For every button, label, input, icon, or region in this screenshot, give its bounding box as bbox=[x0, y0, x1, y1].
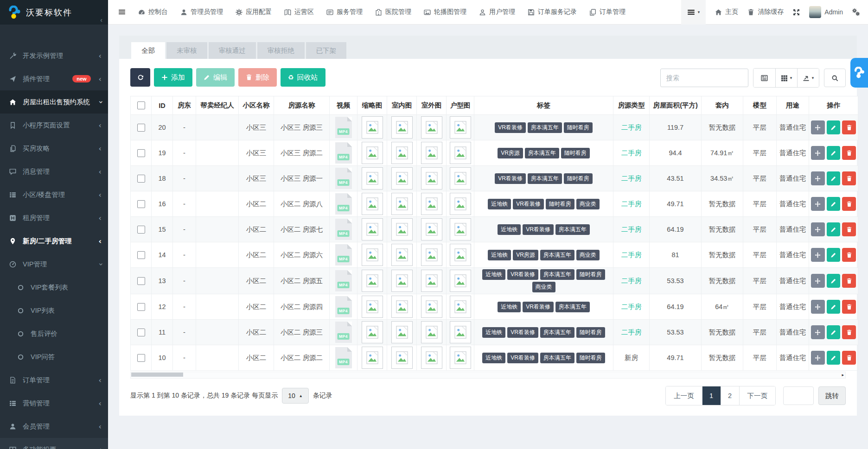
topnav-item-2[interactable]: 管理员管理 bbox=[180, 8, 223, 16]
listing-type[interactable]: 二手房 bbox=[621, 303, 642, 310]
row-edit-button[interactable] bbox=[827, 325, 841, 339]
sidebar-item-17[interactable]: 会员管理‹ bbox=[0, 415, 108, 438]
sidebar-item-7[interactable]: 小区/楼盘管理‹ bbox=[0, 183, 108, 206]
indoor-thumbnail[interactable] bbox=[391, 347, 413, 369]
outdoor-thumbnail[interactable] bbox=[421, 218, 442, 240]
sidebar-item-13[interactable]: 售后评价 bbox=[0, 322, 108, 345]
sidebar-item-4[interactable]: 小程序页面设置‹ bbox=[0, 114, 108, 137]
video-file-icon[interactable]: MP4 bbox=[335, 244, 352, 266]
video-file-icon[interactable]: MP4 bbox=[335, 322, 352, 343]
row-delete-button[interactable] bbox=[842, 146, 856, 160]
indoor-thumbnail[interactable] bbox=[391, 167, 413, 190]
thumb-thumbnail[interactable] bbox=[362, 321, 383, 343]
add-button[interactable]: 添加 bbox=[154, 68, 192, 87]
indoor-thumbnail[interactable] bbox=[391, 244, 413, 266]
row-delete-button[interactable] bbox=[842, 120, 856, 134]
sidebar-item-1[interactable]: 开发示例管理‹ bbox=[0, 44, 108, 67]
row-checkbox[interactable] bbox=[137, 251, 145, 259]
indoor-thumbnail[interactable] bbox=[391, 193, 413, 215]
page-button-2[interactable]: 2 bbox=[721, 386, 739, 405]
clear-cache-link[interactable]: 清除缓存 bbox=[747, 8, 784, 16]
row-delete-button[interactable] bbox=[842, 274, 856, 288]
row-edit-button[interactable] bbox=[827, 171, 841, 185]
refresh-button[interactable] bbox=[130, 68, 150, 87]
move-button[interactable] bbox=[811, 222, 825, 236]
outdoor-thumbnail[interactable] bbox=[421, 116, 442, 139]
topnav-item-3[interactable]: 应用配置 bbox=[236, 8, 272, 16]
sidebar-item-3[interactable]: 房屋出租出售预约系统‹ bbox=[0, 90, 108, 114]
sidebar-item-12[interactable]: VIP列表 bbox=[0, 299, 108, 322]
thumb-thumbnail[interactable] bbox=[362, 270, 383, 292]
tab-3[interactable]: 审核通过 bbox=[209, 42, 256, 59]
sidebar-item-10[interactable]: VIP管理‹ bbox=[0, 253, 108, 276]
video-file-icon[interactable]: MP4 bbox=[335, 219, 352, 240]
sidebar-toggle-icon[interactable] bbox=[118, 8, 126, 16]
outdoor-thumbnail[interactable] bbox=[421, 193, 442, 215]
tab-5[interactable]: 已下架 bbox=[306, 42, 347, 59]
thumb-thumbnail[interactable] bbox=[362, 218, 383, 240]
layout-thumbnail[interactable] bbox=[450, 193, 471, 215]
detail-view-button[interactable] bbox=[753, 69, 775, 87]
layout-thumbnail[interactable] bbox=[450, 142, 471, 164]
next-page-button[interactable]: 下一页 bbox=[739, 386, 776, 405]
outdoor-thumbnail[interactable] bbox=[421, 347, 442, 369]
row-edit-button[interactable] bbox=[827, 120, 841, 134]
row-checkbox[interactable] bbox=[137, 124, 145, 132]
row-checkbox[interactable] bbox=[137, 175, 145, 183]
sidebar-item-5[interactable]: 买房攻略‹ bbox=[0, 137, 108, 160]
indoor-thumbnail[interactable] bbox=[391, 270, 413, 292]
page-size-dropdown[interactable]: 10 ▲ bbox=[282, 388, 309, 404]
move-button[interactable] bbox=[811, 325, 825, 339]
row-edit-button[interactable] bbox=[827, 248, 841, 262]
thumb-thumbnail[interactable] bbox=[362, 296, 383, 318]
home-link[interactable]: 主页 bbox=[715, 8, 738, 16]
jump-page-input[interactable] bbox=[783, 386, 814, 405]
delete-button[interactable]: 删除 bbox=[238, 68, 277, 87]
topnav-item-7[interactable]: 轮播图管理 bbox=[424, 8, 466, 16]
move-button[interactable] bbox=[811, 146, 825, 160]
move-button[interactable] bbox=[811, 248, 825, 262]
horizontal-scrollbar[interactable]: ▸ bbox=[130, 372, 846, 379]
move-button[interactable] bbox=[811, 197, 825, 211]
video-file-icon[interactable]: MP4 bbox=[335, 117, 352, 138]
sidebar-item-8[interactable]: 租房管理‹ bbox=[0, 206, 108, 229]
video-file-icon[interactable]: MP4 bbox=[335, 296, 352, 317]
sidebar-item-14[interactable]: VIP问答 bbox=[0, 345, 108, 368]
tab-2[interactable]: 未审核 bbox=[166, 42, 207, 59]
row-delete-button[interactable] bbox=[842, 222, 856, 236]
settings-gears-icon[interactable] bbox=[852, 8, 860, 16]
row-edit-button[interactable] bbox=[827, 146, 841, 160]
row-edit-button[interactable] bbox=[827, 197, 841, 211]
sidebar-item-15[interactable]: 订单管理‹ bbox=[0, 368, 108, 392]
row-checkbox[interactable] bbox=[137, 354, 145, 362]
layout-thumbnail[interactable] bbox=[450, 296, 471, 318]
tab-1[interactable]: 全部 bbox=[131, 42, 165, 59]
move-button[interactable] bbox=[811, 351, 825, 365]
row-checkbox[interactable] bbox=[137, 226, 145, 234]
indoor-thumbnail[interactable] bbox=[391, 116, 413, 139]
export-button[interactable]: ▾ bbox=[797, 69, 819, 87]
sidebar-item-18[interactable]: 多功能投票‹ bbox=[0, 438, 108, 449]
outdoor-thumbnail[interactable] bbox=[421, 270, 442, 292]
tab-4[interactable]: 审核拒绝 bbox=[257, 42, 305, 59]
thumb-thumbnail[interactable] bbox=[362, 142, 383, 164]
nav-list-dropdown[interactable]: ▾ bbox=[681, 0, 706, 25]
topnav-item-6[interactable]: 医院管理 bbox=[375, 8, 411, 16]
jump-button[interactable]: 跳转 bbox=[818, 386, 846, 405]
move-button[interactable] bbox=[811, 171, 825, 185]
listing-type[interactable]: 二手房 bbox=[621, 149, 642, 157]
listing-type[interactable]: 二手房 bbox=[621, 251, 642, 259]
sidebar-item-2[interactable]: 插件管理new‹ bbox=[0, 67, 108, 90]
sidebar-item-16[interactable]: 营销管理‹ bbox=[0, 392, 108, 415]
sidebar-item-9[interactable]: 新房/二手房管理‹ bbox=[0, 229, 108, 253]
thumb-thumbnail[interactable] bbox=[362, 167, 383, 190]
row-checkbox[interactable] bbox=[137, 329, 145, 336]
listing-type[interactable]: 二手房 bbox=[621, 175, 642, 182]
outdoor-thumbnail[interactable] bbox=[421, 296, 442, 318]
sidebar-item-6[interactable]: 消息管理‹ bbox=[0, 160, 108, 183]
move-button[interactable] bbox=[811, 120, 825, 134]
listing-type[interactable]: 二手房 bbox=[621, 277, 642, 285]
row-checkbox[interactable] bbox=[137, 277, 145, 285]
listing-type[interactable]: 二手房 bbox=[621, 329, 642, 336]
topnav-item-9[interactable]: 订单服务记录 bbox=[528, 8, 577, 16]
